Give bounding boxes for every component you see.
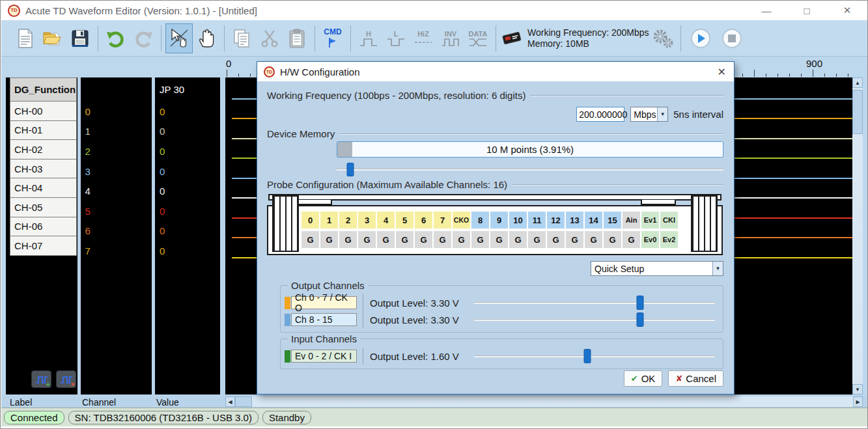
maximize-button[interactable]: □	[787, 1, 827, 20]
scroll-left-button[interactable]: ◀	[225, 396, 235, 407]
cmd-flag-button[interactable]: CMD	[319, 23, 346, 53]
set-hiz-button[interactable]: HiZ	[410, 23, 437, 53]
channel-range-label[interactable]: Ev 0 - 2 / CK I	[291, 350, 357, 363]
ground-pin-G: G	[528, 231, 546, 248]
hw-settings-button[interactable]	[649, 23, 677, 53]
pan-tool-button[interactable]	[193, 23, 220, 53]
cut-button[interactable]	[256, 23, 283, 53]
channel-value-cell[interactable]: 0	[155, 161, 220, 182]
channel-number-cell[interactable]: 1	[81, 122, 152, 142]
channel-value-cell[interactable]: 0	[155, 201, 220, 221]
ground-pin-G: G	[434, 231, 451, 248]
memory-slider-track[interactable]	[337, 169, 723, 171]
slider-handle[interactable]	[637, 312, 644, 327]
pin-grid: 01234567CKO89101112131415AinEv1CKIGGGGGG…	[301, 212, 678, 248]
redo-button[interactable]	[130, 23, 157, 53]
channel-label-cell[interactable]: CH-06	[10, 217, 77, 237]
probe-connector-diagram: 01234567CKO89101112131415AinEv1CKIGGGGGG…	[267, 191, 723, 256]
run-button[interactable]	[687, 23, 714, 53]
slider-track[interactable]	[474, 302, 715, 304]
channel-number-cell[interactable]: 6	[81, 221, 152, 242]
channel-value-cell[interactable]: 0	[155, 181, 220, 201]
channel-value-cell[interactable]: 0	[155, 221, 220, 242]
frequency-input[interactable]: 200.000000	[576, 107, 624, 122]
channel-label-cell[interactable]: CH-01	[10, 120, 77, 141]
ground-pin-G: G	[547, 231, 565, 248]
slider-track[interactable]	[474, 355, 715, 357]
ground-pin-Ev0: Ev0	[641, 231, 659, 248]
channel-label-cell[interactable]: CH-07	[10, 236, 77, 256]
memory-slider[interactable]	[337, 163, 723, 176]
channel-number-cell[interactable]: 0	[81, 102, 152, 122]
close-button[interactable]: ✕	[827, 1, 867, 20]
channel-range-label[interactable]: Ch 8 - 15	[291, 313, 357, 326]
slider-handle[interactable]	[637, 296, 644, 310]
select-tool-button[interactable]	[165, 23, 193, 53]
add-channel-button[interactable]: +	[31, 370, 51, 388]
signal-pin-CKI: CKI	[660, 212, 678, 228]
data-label: DATA	[469, 31, 488, 37]
vertical-scrollbar[interactable]: ▲ ▼	[852, 77, 863, 394]
signal-pin-Ev1: Ev1	[641, 212, 659, 228]
channel-value-cell[interactable]: 0	[155, 141, 220, 161]
channel-value-cell[interactable]: 0	[155, 241, 220, 261]
scroll-up-button[interactable]: ▲	[852, 77, 863, 88]
quick-setup-select[interactable]: Quick Setup ▼	[591, 261, 723, 276]
group-header-cell[interactable]: DG_Function	[10, 77, 77, 102]
channel-label-cell[interactable]: CH-02	[10, 139, 77, 159]
open-file-button[interactable]	[39, 23, 66, 53]
vertical-scroll-thumb[interactable]	[852, 90, 863, 134]
channel-value-cell[interactable]: 0	[155, 122, 220, 142]
toolbar-separator	[315, 25, 315, 51]
remove-channel-button[interactable]: ×	[56, 370, 76, 388]
channel-range-label[interactable]: Ch 0 - 7 / CK O	[291, 296, 357, 309]
channel-number-cell[interactable]: 5	[81, 201, 152, 221]
frequency-unit-select[interactable]: Mbps ▼	[630, 107, 668, 122]
footer-channel-column: Channel	[82, 397, 116, 408]
channel-number-cell[interactable]: 7	[81, 241, 152, 261]
invert-button[interactable]: INV	[437, 23, 464, 53]
horizontal-scroll-thumb[interactable]	[235, 396, 252, 407]
channel-label-cell[interactable]: CH-00	[10, 101, 77, 121]
channel-label-cell[interactable]: CH-03	[10, 159, 77, 179]
signal-pin-CKO: CKO	[453, 212, 470, 228]
output-level-slider[interactable]	[474, 295, 715, 311]
channel-number-cell[interactable]: 3	[81, 161, 152, 182]
stop-button[interactable]	[718, 23, 746, 53]
minimize-button[interactable]: —	[746, 1, 787, 20]
device-button[interactable]	[500, 23, 524, 53]
scroll-right-button[interactable]: ▶	[853, 396, 863, 407]
hw-configuration-dialog: TD H/W Configuration ✕ Working Frequency…	[257, 61, 735, 394]
new-file-button[interactable]	[12, 23, 39, 53]
scroll-down-button[interactable]: ▼	[852, 384, 863, 394]
cancel-button[interactable]: ✘ Cancel	[668, 370, 723, 387]
horizontal-scrollbar[interactable]: ◀ ▶	[225, 396, 863, 407]
channel-number-cell[interactable]: 2	[81, 141, 152, 161]
set-low-button[interactable]: L	[382, 23, 410, 53]
panel-splitter[interactable]	[220, 77, 225, 394]
output-level-slider[interactable]	[474, 312, 715, 327]
ok-button[interactable]: ✔ OK	[624, 370, 663, 387]
input-level-slider[interactable]	[474, 348, 715, 364]
slider-handle[interactable]	[583, 349, 591, 363]
dialog-close-button[interactable]: ✕	[718, 66, 726, 78]
copy-button[interactable]	[229, 23, 256, 53]
save-button[interactable]	[66, 23, 94, 53]
slider-track[interactable]	[474, 319, 715, 321]
channel-label-cell[interactable]: CH-04	[10, 178, 77, 198]
set-high-button[interactable]: H	[355, 23, 382, 53]
channel-value-cell[interactable]: 0	[155, 102, 220, 122]
memory-slider-handle[interactable]	[346, 163, 354, 176]
ruler-label-0: 0	[226, 58, 231, 69]
channel-label-cell[interactable]: CH-05	[10, 197, 77, 217]
chevron-down-icon[interactable]: ▼	[657, 107, 667, 121]
undo-button[interactable]	[102, 23, 130, 53]
channel-color-chip	[285, 297, 290, 309]
chevron-down-icon[interactable]: ▼	[712, 262, 723, 275]
dialog-title-bar[interactable]: TD H/W Configuration ✕	[257, 62, 734, 81]
data-button[interactable]: DATA	[464, 23, 492, 53]
horizontal-scroll-track[interactable]	[252, 396, 853, 407]
channel-header-cell	[81, 77, 152, 102]
paste-button[interactable]	[283, 23, 311, 53]
channel-number-cell[interactable]: 4	[81, 181, 152, 201]
